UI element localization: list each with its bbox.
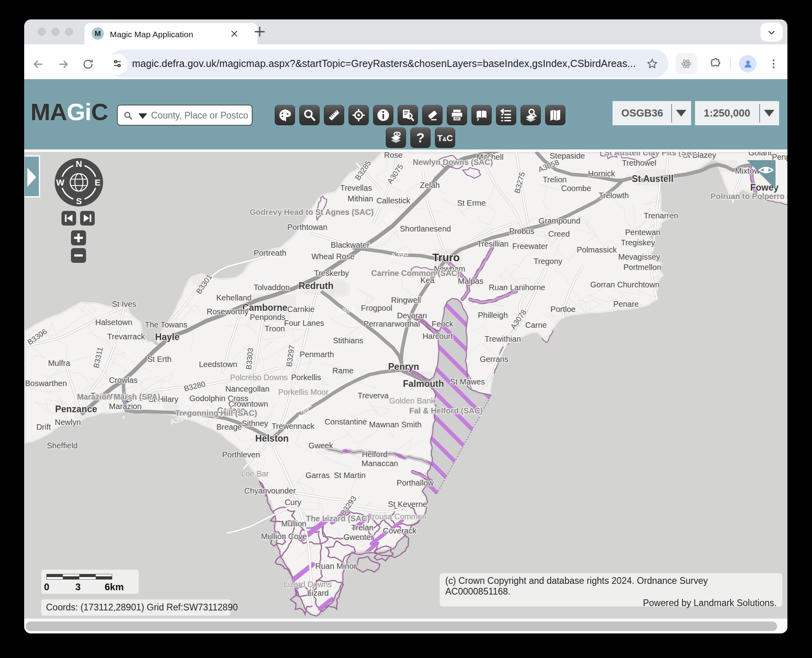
svg-text:Portloe: Portloe	[550, 305, 575, 314]
svg-text:Golden Bank: Golden Bank	[389, 396, 435, 405]
svg-text:Trelan: Trelan	[351, 523, 373, 532]
svg-text:Porthallow: Porthallow	[396, 478, 434, 487]
svg-text:Truro: Truro	[432, 252, 460, 264]
svg-text:Marazion: Marazion	[109, 402, 142, 411]
svg-text:Mullion: Mullion	[281, 519, 306, 528]
svg-text:Golant: Golant	[749, 152, 772, 157]
svg-text:Helston: Helston	[255, 433, 289, 444]
svg-text:The Towans: The Towans	[145, 320, 187, 329]
svg-text:Trewithian: Trewithian	[485, 335, 521, 343]
svg-text:Ringwell: Ringwell	[391, 296, 421, 304]
svg-text:N: N	[76, 159, 82, 169]
svg-text:Lizard: Lizard	[307, 589, 329, 597]
svg-text:Coverack: Coverack	[383, 526, 417, 535]
svg-text:Pentewan: Pentewan	[625, 228, 661, 237]
svg-text:Callestick: Callestick	[376, 196, 411, 205]
svg-text:Gwenter: Gwenter	[343, 533, 373, 541]
svg-text:Malpas: Malpas	[458, 277, 483, 285]
svg-text:Troon: Troon	[264, 324, 285, 333]
svg-text:Harcourt: Harcourt	[423, 332, 453, 340]
svg-text:Drift: Drift	[36, 423, 51, 431]
svg-text:Boswarthen: Boswarthen	[25, 379, 67, 388]
svg-text:Helford: Helford	[362, 450, 387, 459]
svg-text:St Keverne: St Keverne	[388, 500, 427, 509]
svg-text:Treskerby: Treskerby	[314, 269, 349, 277]
svg-text:Sheffield: Sheffield	[47, 441, 77, 450]
svg-text:St Austell Clay Pits (SAC: St Austell Clay Pits (SAC	[604, 152, 698, 157]
svg-text:Godrevy Head to St Agnes (SAC): Godrevy Head to St Agnes (SAC)	[250, 208, 374, 216]
svg-text:Zelah: Zelah	[420, 181, 440, 189]
svg-text:Penare: Penare	[613, 300, 639, 308]
svg-text:Nancegollan: Nancegollan	[225, 384, 269, 393]
svg-text:Lizard Downs: Lizard Downs	[283, 580, 331, 589]
svg-text:Tolvaddon: Tolvaddon	[253, 283, 289, 292]
svg-text:Blackwater: Blackwater	[331, 241, 370, 249]
svg-text:Newlyn Downs (SAC): Newlyn Downs (SAC)	[413, 158, 493, 166]
svg-text:Carnkie: Carnkie	[287, 305, 315, 314]
svg-text:Polcrebo Downs: Polcrebo Downs	[230, 373, 288, 382]
svg-text:Carne: Carne	[525, 321, 547, 329]
svg-text:Grampound: Grampound	[538, 216, 580, 225]
svg-text:Hayle: Hayle	[155, 332, 179, 342]
svg-text:Penzance: Penzance	[55, 404, 97, 414]
svg-text:Trevarrack: Trevarrack	[107, 332, 146, 341]
svg-text:Polmassick: Polmassick	[576, 245, 617, 254]
svg-text:Mullion Cove: Mullion Cove	[261, 532, 307, 541]
svg-text:Creed: Creed	[548, 230, 570, 238]
svg-text:W: W	[56, 178, 65, 187]
svg-text:Gorran Churchtown: Gorran Churchtown	[590, 280, 660, 289]
svg-text:Portreath: Portreath	[254, 249, 286, 257]
svg-text:Constantine: Constantine	[325, 417, 367, 426]
svg-text:Crousa Common: Crousa Common	[366, 512, 426, 521]
svg-text:Garras: Garras	[305, 471, 329, 480]
svg-text:Treverva: Treverva	[358, 391, 389, 400]
svg-text:St Austell: St Austell	[632, 174, 673, 184]
svg-text:Penponds: Penponds	[250, 313, 285, 321]
svg-text:Cury: Cury	[285, 498, 301, 507]
svg-text:Tregonning Hill (SAC): Tregonning Hill (SAC)	[175, 409, 257, 417]
svg-text:Philleigh: Philleigh	[478, 311, 508, 319]
svg-text:Trevellas: Trevellas	[340, 184, 372, 192]
svg-text:Ruan Lanihorne: Ruan Lanihorne	[489, 283, 545, 292]
svg-text:S: S	[76, 196, 82, 206]
svg-text:Sithney: Sithney	[242, 419, 268, 428]
svg-text:St Martin: St Martin	[334, 471, 366, 480]
svg-text:Halsetown: Halsetown	[95, 318, 132, 327]
svg-text:Mithian: Mithian	[348, 194, 373, 203]
svg-text:E: E	[95, 178, 101, 187]
svg-text:Trewennack: Trewennack	[272, 422, 315, 430]
svg-text:Loe Bar: Loe Bar	[241, 469, 269, 478]
svg-text:Gweek: Gweek	[308, 441, 333, 450]
svg-text:Camborne: Camborne	[242, 302, 287, 313]
svg-text:Trelowth: Trelowth	[599, 191, 629, 200]
svg-text:Stithians: Stithians	[333, 336, 364, 345]
svg-text:Trelion: Trelion	[543, 175, 567, 184]
svg-text:Trethowel: Trethowel	[622, 159, 656, 167]
svg-text:Tresillian: Tresillian	[477, 239, 508, 248]
svg-text:St Mawes: St Mawes	[450, 377, 485, 386]
svg-text:Carrine Common (SAC): Carrine Common (SAC)	[371, 269, 460, 277]
svg-text:St Erth: St Erth	[147, 355, 171, 363]
svg-text:Tregony: Tregony	[534, 257, 563, 266]
svg-text:Falmouth: Falmouth	[403, 379, 444, 389]
svg-text:Frogpool: Frogpool	[361, 304, 393, 312]
svg-text:St Erme: St Erme	[457, 199, 486, 207]
svg-text:Polruan to Polperro (SAC): Polruan to Polperro (SAC)	[710, 192, 787, 201]
svg-text:Trenarren: Trenarren	[643, 211, 678, 220]
svg-text:Leedstown: Leedstown	[199, 360, 237, 369]
svg-text:Crowlas: Crowlas	[109, 376, 138, 384]
svg-text:Perranarworthal: Perranarworthal	[364, 319, 420, 328]
svg-text:Rose: Rose	[384, 152, 403, 159]
svg-text:Rame: Rame	[332, 366, 353, 375]
svg-text:Penryn: Penryn	[388, 362, 419, 372]
svg-text:Coombe: Coombe	[561, 184, 591, 193]
svg-text:Porthtowan: Porthtowan	[287, 223, 327, 231]
svg-text:Porkellis Moor: Porkellis Moor	[278, 388, 329, 396]
svg-text:Wheal Rose: Wheal Rose	[312, 252, 355, 261]
svg-text:Four Lanes: Four Lanes	[284, 319, 324, 327]
svg-text:Redruth: Redruth	[299, 281, 333, 291]
svg-text:Roseworthy: Roseworthy	[207, 307, 249, 316]
svg-text:Shortlanesend: Shortlanesend	[400, 224, 451, 233]
svg-text:Marazion Marsh (SPA): Marazion Marsh (SPA)	[77, 392, 160, 401]
svg-text:Manaccan: Manaccan	[362, 459, 398, 468]
